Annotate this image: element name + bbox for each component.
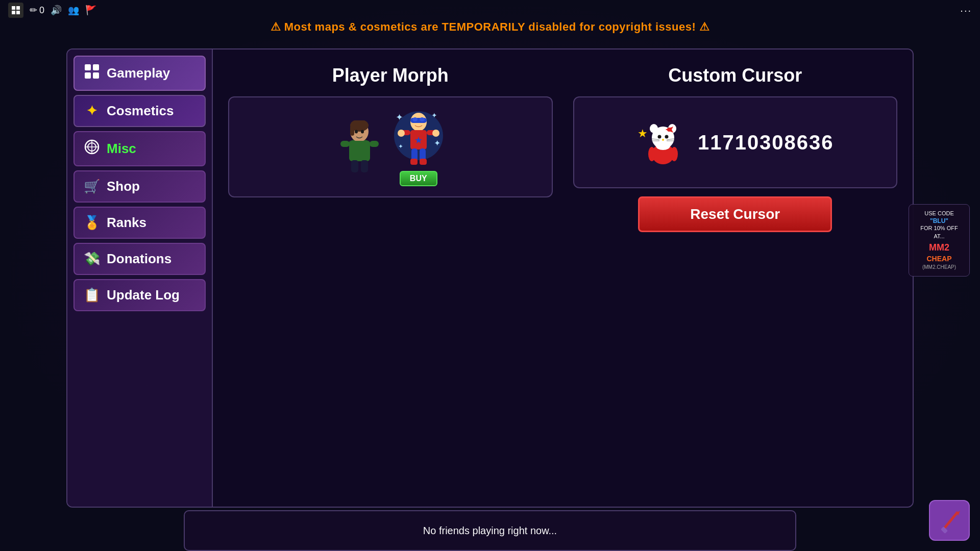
svg-point-46 — [650, 124, 658, 133]
friends-status-text: No friends playing right now... — [423, 523, 557, 538]
svg-line-60 — [943, 513, 957, 530]
svg-point-59 — [671, 147, 678, 161]
sidebar-item-updatelog[interactable]: 📋 Update Log — [74, 279, 206, 311]
svg-rect-15 — [350, 126, 354, 136]
sidebar: Gameplay ✦ Cosmetics Misc 🛒 Shop 🏅 R — [67, 49, 213, 507]
promo-site: (MM2.CHEAP) — [915, 264, 963, 271]
shop-label: Shop — [107, 179, 140, 194]
pencil-icon: ✏ — [30, 5, 37, 16]
promo-line1: USE CODE — [915, 210, 963, 217]
svg-rect-62 — [940, 526, 947, 533]
svg-rect-40 — [410, 159, 418, 165]
svg-point-48 — [658, 135, 662, 139]
morph-box: ✦ ✦ ✦ ✦ — [228, 96, 553, 197]
cosmetics-icon: ✦ — [83, 103, 101, 119]
bottom-right-game-icon[interactable] — [929, 500, 970, 541]
cursor-id: 11710308636 — [698, 131, 834, 154]
svg-rect-0 — [12, 6, 15, 10]
svg-point-16 — [355, 130, 358, 133]
updatelog-label: Update Log — [107, 287, 180, 303]
promo-logo: MM2 CHEAP — [915, 242, 963, 264]
donations-icon: 💸 — [83, 251, 101, 267]
updatelog-icon: 📋 — [83, 287, 101, 303]
svg-rect-19 — [340, 141, 350, 147]
warning-banner: ⚠ Most maps & cosmetics are TEMPORARILY … — [0, 15, 980, 39]
promo-mm2: MM2 — [929, 242, 949, 253]
content-sections: Player Morph — [228, 65, 897, 491]
svg-rect-22 — [361, 160, 368, 172]
svg-text:✦: ✦ — [434, 139, 440, 147]
player-morph-section: Player Morph — [228, 65, 553, 491]
ranks-label: Ranks — [107, 215, 146, 231]
misc-label: Misc — [107, 141, 136, 157]
superhero-morph-item: ✦ ✦ ✦ ✦ — [393, 108, 444, 186]
promo-cheap: CHEAP — [926, 255, 951, 263]
promo-code: "BLU" — [915, 217, 963, 224]
shop-icon: 🛒 — [83, 179, 101, 194]
sidebar-item-shop[interactable]: 🛒 Shop — [74, 170, 206, 203]
svg-rect-1 — [16, 6, 20, 10]
svg-point-37 — [432, 130, 439, 137]
volume-icon[interactable]: 🔊 — [51, 5, 62, 16]
misc-icon — [83, 139, 101, 158]
reset-cursor-button[interactable]: Reset Cursor — [638, 196, 832, 232]
buy-button[interactable]: BUY — [400, 171, 437, 186]
flag-icon[interactable]: 🚩 — [85, 5, 96, 16]
svg-point-50 — [662, 139, 664, 141]
players-icon[interactable]: 👥 — [68, 5, 79, 16]
sidebar-item-gameplay[interactable]: Gameplay — [74, 56, 206, 91]
default-character — [337, 119, 383, 175]
cursor-box: ★ — [573, 96, 898, 188]
content-area: Player Morph — [213, 49, 913, 507]
svg-text:✦: ✦ — [431, 111, 437, 119]
superhero-image: ✦ ✦ ✦ ✦ — [393, 108, 444, 169]
svg-rect-7 — [93, 72, 99, 79]
sidebar-item-donations[interactable]: 💸 Donations — [74, 243, 206, 275]
sidebar-item-cosmetics[interactable]: ✦ Cosmetics — [74, 95, 206, 127]
svg-rect-3 — [16, 11, 20, 14]
svg-point-30 — [412, 117, 418, 121]
donations-label: Donations — [107, 251, 172, 267]
friends-bar: No friends playing right now... — [184, 510, 796, 551]
sidebar-item-ranks[interactable]: 🏅 Ranks — [74, 207, 206, 239]
svg-point-31 — [420, 117, 425, 121]
main-container: Gameplay ✦ Cosmetics Misc 🛒 Shop 🏅 R — [66, 48, 914, 508]
svg-rect-4 — [85, 64, 91, 70]
promo-card: USE CODE "BLU" FOR 10% OFF AT... MM2 CHE… — [909, 204, 970, 277]
cursor-icon: ★ — [636, 119, 682, 165]
promo-line2: FOR 10% OFF AT... — [915, 224, 963, 240]
pencil-count: 0 — [39, 5, 44, 16]
cosmetics-label: Cosmetics — [107, 103, 174, 119]
gameplay-label: Gameplay — [107, 65, 170, 81]
svg-rect-5 — [93, 64, 99, 70]
svg-point-49 — [665, 135, 669, 139]
sidebar-item-misc[interactable]: Misc — [74, 131, 206, 166]
svg-point-36 — [398, 130, 405, 137]
svg-point-17 — [361, 130, 364, 133]
gameplay-icon — [83, 64, 101, 83]
svg-rect-41 — [420, 159, 427, 165]
svg-marker-61 — [957, 511, 960, 516]
svg-text:✦: ✦ — [396, 112, 403, 122]
svg-rect-2 — [12, 11, 15, 14]
svg-rect-21 — [351, 160, 358, 172]
svg-point-53 — [667, 128, 671, 132]
custom-cursor-title: Custom Cursor — [668, 65, 802, 86]
player-morph-title: Player Morph — [332, 65, 449, 86]
svg-text:★: ★ — [414, 135, 423, 145]
svg-rect-18 — [349, 141, 370, 161]
svg-point-58 — [648, 147, 655, 161]
svg-rect-20 — [370, 141, 379, 147]
warning-text: ⚠ Most maps & cosmetics are TEMPORARILY … — [271, 20, 710, 33]
svg-rect-6 — [85, 72, 91, 79]
more-options-button[interactable]: ··· — [960, 5, 972, 16]
pencil-icon-group[interactable]: ✏ 0 — [30, 5, 44, 16]
ranks-icon: 🏅 — [83, 215, 101, 231]
svg-text:✦: ✦ — [398, 143, 403, 150]
custom-cursor-section: Custom Cursor ★ — [573, 65, 898, 491]
svg-text:★: ★ — [638, 127, 648, 140]
